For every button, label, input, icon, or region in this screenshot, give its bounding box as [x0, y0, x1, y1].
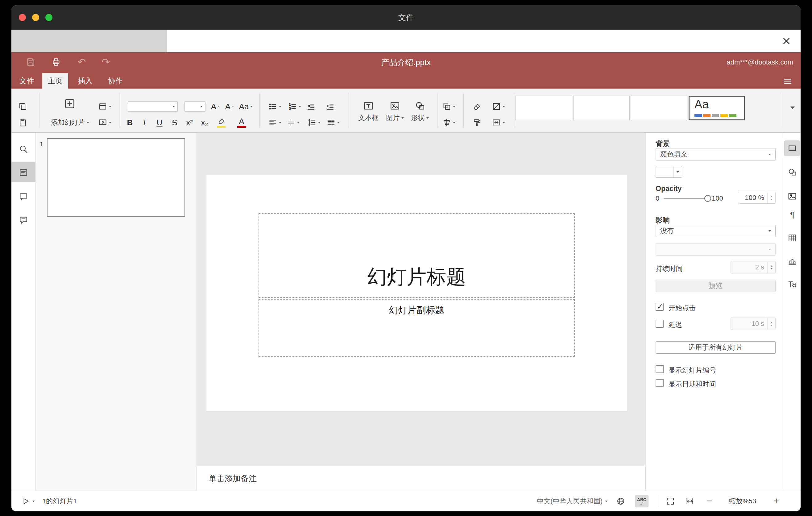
slide-thumbnail-panel: 1 [35, 133, 197, 491]
notes-area[interactable]: 单击添加备注 [197, 466, 645, 491]
screen: 文件 ↶ ↷ 产品介绍.pptx adm***@dootask.com 文件 主… [0, 0, 812, 516]
delay-label: 延迟 [669, 320, 682, 329]
underline-button[interactable]: U [153, 117, 166, 128]
bullets-button[interactable] [267, 101, 282, 112]
columns-button[interactable] [325, 117, 341, 128]
font-color-bar [237, 126, 246, 128]
zoom-level-label: 缩放%53 [718, 495, 767, 507]
subscript-button[interactable]: x₂ [198, 117, 211, 128]
add-slide-icon[interactable] [63, 96, 77, 111]
toolbar-separator [259, 93, 260, 128]
zoom-in-button[interactable]: + [771, 494, 782, 508]
close-icon[interactable] [780, 35, 792, 47]
chart-settings-icon[interactable] [787, 256, 798, 267]
opacity-slider[interactable] [664, 198, 710, 199]
subtitle-placeholder[interactable]: 幻灯片副标题 [259, 299, 575, 357]
title-placeholder[interactable]: 幻灯片标题 [259, 213, 575, 298]
slide-thumbnail-1[interactable] [47, 138, 185, 217]
theme-gallery-expand-button[interactable] [786, 104, 799, 112]
language-select[interactable]: 中文(中华人民共和国) [517, 495, 607, 507]
decrease-font-button[interactable]: A [223, 101, 236, 112]
start-slideshow-status-button[interactable] [19, 495, 38, 507]
copy-style-icon[interactable] [471, 117, 483, 128]
superscript-button[interactable]: x² [183, 117, 196, 128]
numbering-button[interactable] [287, 101, 302, 112]
theme-tile[interactable] [516, 96, 572, 120]
opacity-value-input[interactable]: 100 % [738, 192, 776, 204]
copy-icon[interactable] [18, 101, 28, 112]
align-shape-button[interactable] [440, 117, 457, 128]
tab-home[interactable]: 主页 [42, 73, 68, 89]
shape-settings-icon[interactable] [787, 167, 798, 177]
tab-file[interactable]: 文件 [16, 73, 38, 89]
spell-check-icon[interactable]: ABC ✓ [635, 495, 648, 507]
increase-indent-button[interactable] [324, 101, 336, 112]
theme-tile-selected[interactable]: Aa [689, 96, 745, 120]
chevron-down-icon [87, 122, 89, 123]
insert-image-button[interactable]: 图片 [382, 96, 407, 126]
paragraph-settings-icon[interactable]: ¶ [787, 209, 798, 220]
tab-insert[interactable]: 插入 [72, 73, 98, 89]
zoom-out-button[interactable]: − [704, 494, 715, 508]
macos-titlebar: 文件 [11, 5, 801, 30]
image-settings-icon[interactable] [787, 191, 798, 202]
change-case-button[interactable]: Aa [237, 101, 255, 112]
feedback-icon[interactable] [18, 215, 29, 225]
paste-icon[interactable] [18, 117, 28, 128]
apply-to-all-slides-button[interactable]: 适用于所有幻灯片 [656, 341, 776, 354]
font-color-button[interactable]: A [234, 116, 249, 129]
font-size-combo[interactable] [184, 101, 205, 112]
color-scheme-button[interactable] [490, 101, 506, 112]
slides-panel-icon[interactable] [18, 167, 29, 178]
fill-type-select[interactable]: 颜色填充 [656, 148, 776, 161]
slide-info-label: 1的幻灯片1 [42, 495, 77, 507]
insert-shape-button[interactable]: 形状 [408, 96, 432, 126]
textart-settings-icon[interactable]: Ta [787, 279, 798, 289]
arrange-shape-button[interactable] [440, 101, 457, 112]
vertical-align-button[interactable] [285, 117, 300, 128]
start-slideshow-button[interactable] [96, 117, 113, 128]
font-name-combo[interactable] [128, 101, 178, 112]
external-page-area [11, 30, 167, 52]
highlight-color-button[interactable] [214, 116, 229, 129]
theme-tile[interactable] [573, 96, 630, 120]
change-layout-button[interactable] [96, 101, 113, 112]
effect-label: 影响 [656, 216, 670, 225]
insert-textbox-button[interactable]: 文本框 [356, 96, 381, 126]
notes-placeholder: 单击添加备注 [208, 473, 257, 484]
show-slide-number-checkbox[interactable] [656, 365, 664, 373]
italic-button[interactable]: I [138, 117, 150, 128]
increase-font-button[interactable]: A [209, 101, 222, 112]
menu-icon[interactable] [781, 76, 794, 86]
table-settings-icon[interactable] [787, 233, 798, 243]
account-label: adm***@dootask.com [727, 52, 793, 73]
horizontal-align-button[interactable] [267, 117, 282, 128]
slide-settings-icon[interactable] [787, 143, 798, 153]
theme-tile[interactable] [631, 96, 687, 120]
start-on-click-checkbox[interactable] [656, 303, 664, 311]
fit-width-icon[interactable] [684, 496, 696, 507]
delay-checkbox[interactable] [656, 320, 664, 328]
comments-icon[interactable] [18, 191, 29, 202]
modal-top-strip [11, 30, 801, 52]
right-icon-strip: ¶ Ta [783, 133, 801, 491]
fill-color-picker[interactable] [656, 166, 682, 178]
theme-color-bars [694, 114, 736, 117]
slide-surface[interactable]: 幻灯片标题 幻灯片副标题 [206, 175, 627, 411]
spellcheck-language-icon[interactable] [615, 496, 626, 507]
line-spacing-button[interactable] [306, 117, 321, 128]
search-icon[interactable] [18, 144, 29, 154]
show-date-time-checkbox[interactable] [656, 379, 664, 387]
slide-size-button[interactable] [490, 117, 506, 128]
strikethrough-button[interactable]: S [169, 117, 181, 128]
tab-collaboration[interactable]: 协作 [102, 73, 129, 89]
effect-select[interactable]: 没有 [656, 225, 776, 237]
toolbar-separator [782, 93, 782, 128]
opacity-slider-knob[interactable] [704, 195, 711, 202]
start-on-click-label: 开始点击 [669, 304, 696, 313]
bold-button[interactable]: B [124, 117, 136, 128]
clear-style-icon[interactable] [471, 101, 483, 112]
decrease-indent-button[interactable] [305, 101, 317, 112]
add-slide-button[interactable]: 添加幻灯片 [45, 117, 95, 128]
fit-slide-icon[interactable] [664, 496, 676, 507]
